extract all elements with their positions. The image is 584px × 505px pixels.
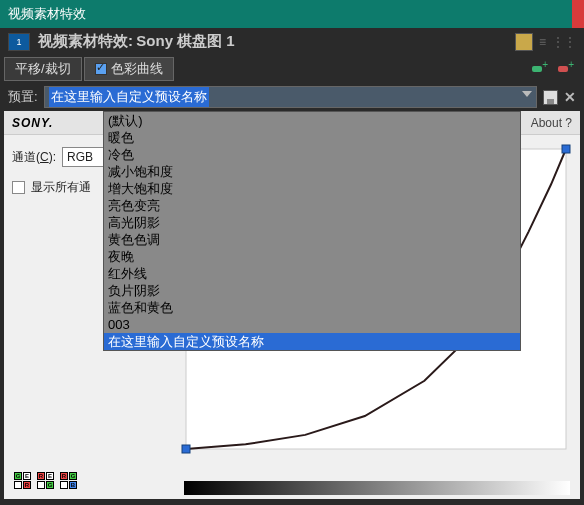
window-title: 视频素材特效: [8, 5, 86, 23]
subheader-text: 视频素材特效: Sony 棋盘图 1: [38, 32, 235, 51]
tab-color-curves[interactable]: 色彩曲线: [84, 57, 174, 81]
preset-option[interactable]: 亮色变亮: [104, 197, 520, 214]
timeline-marker-icon[interactable]: [515, 33, 533, 51]
preset-option[interactable]: (默认): [104, 112, 520, 129]
chevron-down-icon: [522, 91, 532, 97]
brand-logo: SONY.: [12, 116, 53, 130]
preset-option[interactable]: 负片阴影: [104, 282, 520, 299]
preset-option[interactable]: 在这里输入自定义预设名称: [104, 333, 520, 350]
preset-option[interactable]: 003: [104, 316, 520, 333]
show-all-checkbox[interactable]: [12, 181, 25, 194]
preset-row: 预置: 在这里输入自定义预设名称 ✕: [0, 83, 584, 111]
preset-select[interactable]: 在这里输入自定义预设名称: [44, 86, 537, 108]
preset-dropdown[interactable]: (默认)暖色冷色减小饱和度增大饱和度亮色变亮高光阴影黄色色调夜晚红外线负片阴影蓝…: [103, 111, 521, 351]
preset-option[interactable]: 暖色: [104, 129, 520, 146]
tabbar: 平移/裁切 色彩曲线: [0, 55, 584, 83]
rgb-sync-2-icon[interactable]: RE G: [37, 472, 54, 489]
rgb-sync-3-icon[interactable]: RG B: [60, 472, 77, 489]
checkbox-enabled-icon[interactable]: [95, 63, 107, 75]
list-view-icon[interactable]: ≡: [539, 35, 546, 49]
preset-option[interactable]: 高光阴影: [104, 214, 520, 231]
save-preset-icon[interactable]: [543, 90, 558, 105]
show-all-label: 显示所有通: [31, 179, 91, 196]
document-icon[interactable]: 1: [8, 33, 30, 51]
remove-plugin-icon[interactable]: [556, 61, 572, 77]
main-area: SONY. About ? 通道(C): RGB 显示所有通: [0, 111, 584, 505]
curve-handle[interactable]: [182, 445, 190, 453]
titlebar: 视频素材特效: [0, 0, 584, 28]
preset-option[interactable]: 红外线: [104, 265, 520, 282]
rgb-sync-1-icon[interactable]: GE R: [14, 472, 31, 489]
rgb-sync-icons: GE R RE G RG B: [14, 472, 77, 489]
preset-label: 预置:: [8, 88, 38, 106]
preset-option[interactable]: 减小饱和度: [104, 163, 520, 180]
grid-view-icon[interactable]: ⋮⋮: [552, 35, 576, 49]
close-button[interactable]: [572, 0, 584, 28]
subheader: 1 视频素材特效: Sony 棋盘图 1 ≡ ⋮⋮: [0, 28, 584, 55]
channel-label: 通道(C):: [12, 149, 56, 166]
preset-option[interactable]: 冷色: [104, 146, 520, 163]
curve-handle[interactable]: [562, 145, 570, 153]
add-plugin-icon[interactable]: [530, 61, 546, 77]
preset-option[interactable]: 黄色色调: [104, 231, 520, 248]
preset-option[interactable]: 增大饱和度: [104, 180, 520, 197]
preset-select-value: 在这里输入自定义预设名称: [49, 87, 209, 107]
about-link[interactable]: About ?: [531, 116, 572, 130]
subheader-item: Sony 棋盘图 1: [136, 32, 234, 49]
tab-pan-crop[interactable]: 平移/裁切: [4, 57, 82, 81]
preset-option[interactable]: 蓝色和黄色: [104, 299, 520, 316]
subheader-label: 视频素材特效:: [38, 32, 133, 49]
gradient-bar: [184, 481, 570, 495]
delete-preset-icon[interactable]: ✕: [564, 89, 576, 105]
preset-option[interactable]: 夜晚: [104, 248, 520, 265]
